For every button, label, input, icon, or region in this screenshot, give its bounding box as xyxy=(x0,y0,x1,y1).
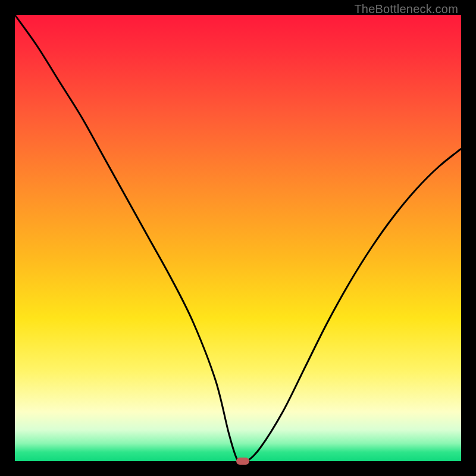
bottleneck-curve xyxy=(15,15,461,461)
watermark-text: TheBottleneck.com xyxy=(354,2,458,16)
optimum-marker xyxy=(236,458,249,465)
chart-frame xyxy=(15,15,461,461)
curve-path xyxy=(15,15,461,464)
